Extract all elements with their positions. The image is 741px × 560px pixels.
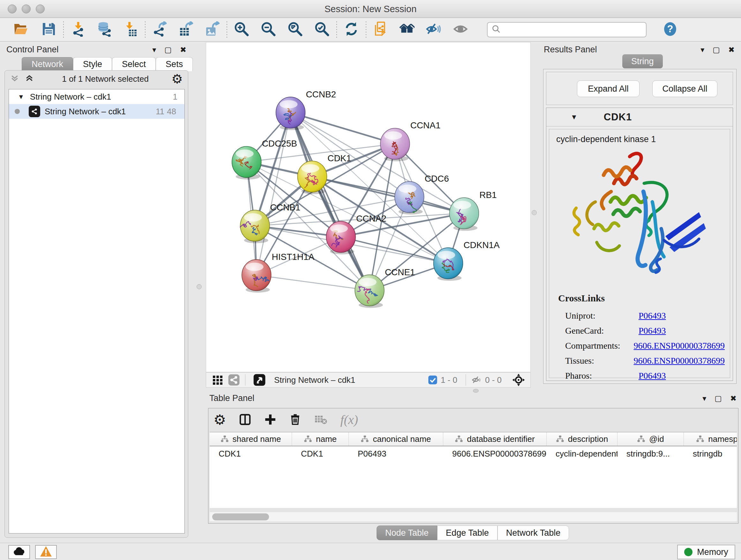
refresh-button[interactable]: [341, 21, 361, 38]
control-panel: Control Panel ▾ ▢ ✖ NetworkStyleSelectSe…: [2, 42, 191, 540]
crosslink-row: Uniprot:P06493: [565, 308, 725, 323]
show-columns-icon[interactable]: [239, 413, 252, 426]
export-table-button[interactable]: [176, 21, 196, 38]
birdseye-grid-icon[interactable]: [212, 374, 223, 386]
crosslink-value-link[interactable]: P06493: [638, 311, 666, 321]
column-header-name[interactable]: name: [292, 432, 349, 446]
hide-selected-button[interactable]: [423, 21, 443, 38]
right-splitter-handle[interactable]: [532, 210, 537, 215]
panel-float-icon[interactable]: ▢: [164, 45, 172, 54]
tab-edge-table[interactable]: Edge Table: [437, 525, 497, 540]
toolbar-divider: [245, 374, 246, 386]
column-header--id[interactable]: @id: [617, 432, 684, 446]
collection-expand-caret[interactable]: ▼: [18, 93, 24, 101]
export-image-button[interactable]: [202, 21, 222, 38]
network-options-gear-icon[interactable]: ⚙: [172, 72, 183, 85]
network-selection-status: 1 of 1 Network selected: [39, 74, 172, 84]
network-row-selected[interactable]: String Network – cdk1 11 48: [9, 104, 185, 119]
open-in-window-icon[interactable]: [253, 374, 266, 386]
zoom-in-button[interactable]: [232, 21, 252, 38]
zoom-out-icon: [261, 21, 276, 38]
network-node-hist1h1a[interactable]: HIST1H1A: [242, 252, 315, 293]
crosslink-label: Uniprot:: [565, 311, 638, 321]
node-table[interactable]: shared namenamecanonical namedatabase id…: [210, 432, 737, 508]
cloud-button[interactable]: [8, 545, 30, 559]
horizontal-scrollbar[interactable]: [210, 512, 737, 521]
delete-column-icon[interactable]: [289, 414, 301, 426]
add-column-icon[interactable]: [264, 414, 276, 426]
cell-shared-name[interactable]: CDK1: [210, 446, 292, 461]
column-header-canonical-name[interactable]: canonical name: [349, 432, 443, 446]
network-node-ccna1[interactable]: CCNA1: [381, 120, 441, 161]
crosslink-value-link[interactable]: P06493: [638, 326, 666, 336]
eye-button[interactable]: [451, 21, 470, 38]
export-network-button[interactable]: [150, 21, 170, 38]
scrollbar-thumb[interactable]: [212, 513, 269, 520]
tab-style[interactable]: Style: [73, 57, 112, 71]
crosslink-value-link[interactable]: P06493: [638, 371, 666, 381]
zoom-fit-button[interactable]: [285, 21, 305, 38]
network-node-cdkn1a[interactable]: CDKN1A: [434, 240, 500, 281]
left-splitter-handle[interactable]: [197, 284, 202, 289]
zoom-out-button[interactable]: [259, 21, 278, 38]
network-collection-row[interactable]: ▼ String Network – cdk1 1: [9, 89, 185, 104]
collapse-all-button[interactable]: Collapse All: [652, 80, 718, 97]
cell-database-identifier[interactable]: 9606.ENSP00000378699: [443, 446, 547, 461]
import-network-button[interactable]: [68, 21, 88, 38]
tab-network[interactable]: Network: [22, 57, 73, 71]
collapse-all-icon[interactable]: [10, 73, 19, 84]
crosslink-label: Compartments:: [565, 341, 634, 351]
column-header-database-identifier[interactable]: database identifier: [443, 432, 547, 446]
open-session-button[interactable]: [11, 21, 30, 38]
hidden-eye-slash-icon[interactable]: [471, 374, 482, 385]
expand-all-button[interactable]: Expand All: [577, 80, 639, 97]
table-options-gear-icon[interactable]: ⚙: [213, 412, 226, 428]
help-button[interactable]: ?: [662, 21, 678, 38]
network-graph[interactable]: CCNB2CCNA1CDC25BCDK1CDC6RB1CCNB1CCNA2CDK…: [206, 43, 530, 372]
panel-menu-icon[interactable]: ▾: [700, 45, 704, 54]
column-header-namespace[interactable]: namespace: [684, 432, 737, 446]
tab-select[interactable]: Select: [112, 57, 156, 71]
control-panel-tabs: NetworkStyleSelectSets: [22, 57, 191, 71]
network-node-ccne1[interactable]: CCNE1: [355, 267, 415, 308]
show-all-button[interactable]: [397, 21, 417, 38]
tab-string[interactable]: String: [622, 54, 663, 68]
import-database-button[interactable]: [94, 21, 114, 38]
panel-close-icon[interactable]: ✖: [728, 45, 735, 54]
network-node-rb1[interactable]: RB1: [449, 190, 496, 231]
cell--id[interactable]: stringdb:9...: [617, 446, 684, 461]
string-share-icon[interactable]: [228, 374, 240, 386]
expand-all-icon[interactable]: [24, 73, 34, 84]
zoom-selected-button[interactable]: [312, 21, 332, 38]
memory-button[interactable]: Memory: [677, 545, 735, 559]
column-header-description[interactable]: description: [547, 432, 617, 446]
cell-canonical-name[interactable]: P06493: [349, 446, 443, 461]
tab-network-table[interactable]: Network Table: [497, 525, 569, 540]
network-view-toolbar: String Network – cdk1 1 - 0 0 - 0: [206, 372, 531, 388]
crosshair-icon[interactable]: [512, 373, 525, 387]
cell-description[interactable]: cyclin-dependent ...: [547, 446, 617, 461]
import-table-button[interactable]: [121, 21, 140, 38]
search-input[interactable]: [487, 22, 647, 37]
tab-node-table[interactable]: Node Table: [377, 525, 437, 540]
table-row[interactable]: CDK1CDK1P064939606.ENSP00000378699cyclin…: [210, 446, 737, 461]
panel-menu-icon[interactable]: ▾: [702, 394, 706, 403]
cell-namespace[interactable]: stringdb: [684, 446, 737, 461]
panel-close-icon[interactable]: ✖: [180, 45, 186, 54]
tab-sets[interactable]: Sets: [156, 57, 193, 71]
network-view-canvas[interactable]: CCNB2CCNA1CDC25BCDK1CDC6RB1CCNB1CCNA2CDK…: [206, 42, 531, 372]
panel-close-icon[interactable]: ✖: [730, 394, 737, 403]
entry-collapse-caret[interactable]: ▼: [570, 113, 578, 121]
selected-checkbox-icon[interactable]: [428, 375, 437, 385]
save-session-button[interactable]: [39, 21, 59, 38]
cell-name[interactable]: CDK1: [292, 446, 349, 461]
clone-network-button[interactable]: [371, 21, 391, 38]
panel-float-icon[interactable]: ▢: [715, 394, 722, 403]
crosslink-value-link[interactable]: 9606.ENSP00000378699: [634, 356, 725, 366]
panel-float-icon[interactable]: ▢: [713, 45, 720, 54]
panel-menu-icon[interactable]: ▾: [152, 45, 156, 54]
column-header-shared-name[interactable]: shared name: [210, 432, 292, 446]
crosslink-value-link[interactable]: 9606.ENSP00000378699: [634, 341, 725, 351]
warnings-button[interactable]: [35, 545, 57, 559]
network-node-cdc25b[interactable]: CDC25B: [232, 138, 297, 179]
